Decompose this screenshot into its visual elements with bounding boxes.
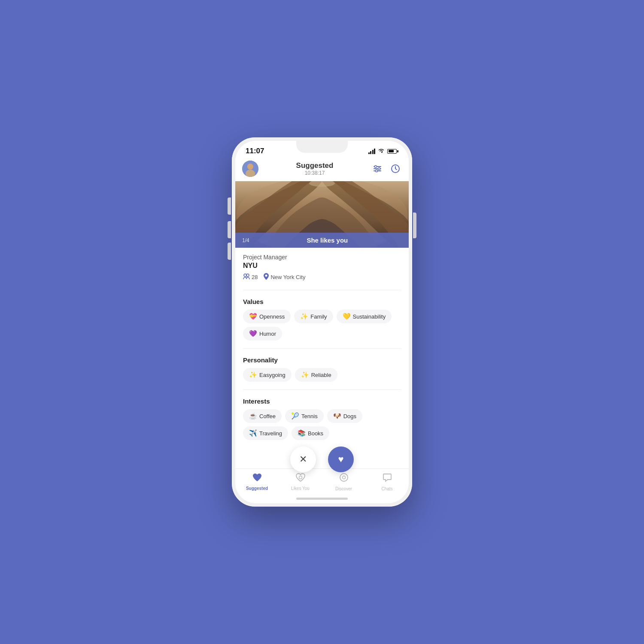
svg-point-8 bbox=[376, 170, 378, 172]
divider-1 bbox=[243, 290, 401, 290]
age-icon bbox=[243, 273, 250, 281]
nav-discover-label: Discover bbox=[335, 486, 352, 491]
location-icon bbox=[264, 273, 269, 281]
tag-family: ✨ Family bbox=[294, 310, 333, 323]
home-indicator bbox=[235, 494, 409, 503]
tag-traveling-label: Traveling bbox=[259, 430, 282, 437]
tag-reliable: ✨ Reliable bbox=[295, 368, 337, 382]
profile-job: Project Manager bbox=[243, 254, 401, 261]
personality-title: Personality bbox=[243, 356, 401, 364]
tag-tennis: 🎾 Tennis bbox=[285, 409, 324, 423]
svg-point-16 bbox=[299, 476, 302, 479]
svg-point-15 bbox=[265, 275, 267, 277]
tag-books: 📚 Books bbox=[292, 426, 329, 440]
tag-sustainability-label: Sustainability bbox=[353, 313, 386, 320]
svg-point-17 bbox=[340, 474, 348, 481]
nav-chats-label: Chats bbox=[381, 486, 392, 491]
phone-screen: 11:07 bbox=[235, 141, 409, 503]
svg-point-14 bbox=[246, 274, 249, 276]
personality-section: Personality ✨ Easygoing ✨ Reliable bbox=[235, 353, 409, 385]
profile-university: NYU bbox=[243, 262, 401, 270]
tag-openness-label: Openness bbox=[259, 313, 285, 320]
header-actions bbox=[371, 162, 402, 175]
tag-coffee-label: Coffee bbox=[259, 413, 276, 419]
svg-point-6 bbox=[375, 166, 377, 168]
tag-coffee: ☕ Coffee bbox=[243, 409, 282, 423]
header-title: Suggested bbox=[296, 161, 334, 170]
likes-banner: 1/4 She likes you bbox=[235, 233, 409, 248]
header-subtitle: 10:38:17 bbox=[296, 170, 334, 176]
values-section: Values 💝 Openness ✨ Family 💛 Sustainabil… bbox=[235, 295, 409, 344]
divider-2 bbox=[243, 348, 401, 349]
tag-books-label: Books bbox=[308, 430, 323, 437]
notch bbox=[296, 141, 348, 153]
likes-text: She likes you bbox=[253, 237, 402, 244]
personality-tags: ✨ Easygoing ✨ Reliable bbox=[243, 368, 401, 382]
tag-openness: 💝 Openness bbox=[243, 310, 291, 323]
svg-point-18 bbox=[342, 476, 345, 479]
tag-family-label: Family bbox=[310, 313, 327, 320]
app-header: Suggested 10:38:17 bbox=[235, 158, 409, 181]
like-button[interactable]: ♥ bbox=[328, 447, 354, 472]
battery-icon bbox=[387, 149, 398, 154]
nav-discover[interactable]: Discover bbox=[322, 472, 365, 491]
profile-info: Project Manager NYU 28 bbox=[235, 248, 409, 286]
profile-age: 28 bbox=[252, 274, 258, 280]
profile-scroll[interactable]: Project Manager NYU 28 bbox=[235, 248, 409, 468]
pass-button[interactable]: ✕ bbox=[290, 447, 316, 472]
tag-dogs: 🐶 Dogs bbox=[327, 409, 362, 423]
nav-discover-icon bbox=[339, 472, 349, 485]
history-icon[interactable] bbox=[389, 162, 402, 175]
interests-section: Interests ☕ Coffee 🎾 Tennis 🐶 Dogs bbox=[235, 394, 409, 444]
likes-badge: 1/4 bbox=[242, 237, 249, 243]
divider-3 bbox=[243, 389, 401, 390]
tag-easygoing: ✨ Easygoing bbox=[243, 368, 292, 382]
tag-tennis-label: Tennis bbox=[301, 413, 318, 419]
tag-humor-label: Humor bbox=[259, 331, 276, 337]
svg-point-13 bbox=[244, 274, 246, 276]
nav-suggested-label: Suggested bbox=[246, 486, 268, 491]
header-center: Suggested 10:38:17 bbox=[296, 161, 334, 176]
wifi-icon bbox=[378, 148, 385, 155]
nav-likes-label: Likes You bbox=[291, 486, 310, 491]
user-avatar[interactable] bbox=[242, 161, 258, 177]
values-title: Values bbox=[243, 298, 401, 305]
tag-dogs-label: Dogs bbox=[343, 413, 356, 419]
profile-city: New York City bbox=[270, 274, 305, 280]
profile-meta: 28 New York City bbox=[243, 273, 401, 281]
nav-chats[interactable]: Chats bbox=[365, 472, 409, 491]
status-time: 11:07 bbox=[246, 147, 264, 155]
filter-icon[interactable] bbox=[371, 162, 384, 175]
phone-frame: 11:07 bbox=[232, 137, 412, 507]
profile-city-item: New York City bbox=[264, 273, 305, 281]
nav-likes-you[interactable]: Likes You bbox=[279, 473, 322, 491]
interests-tags: ☕ Coffee 🎾 Tennis 🐶 Dogs ✈️ Traveling bbox=[243, 409, 401, 440]
nav-suggested-icon bbox=[252, 473, 262, 485]
nav-suggested[interactable]: Suggested bbox=[235, 473, 279, 491]
profile-age-item: 28 bbox=[243, 273, 258, 281]
interests-title: Interests bbox=[243, 398, 401, 405]
svg-point-7 bbox=[378, 168, 380, 170]
svg-point-1 bbox=[247, 164, 253, 170]
action-buttons: ✕ ♥ bbox=[290, 447, 354, 472]
values-tags: 💝 Openness ✨ Family 💛 Sustainability 💜 H… bbox=[243, 310, 401, 340]
nav-likes-icon bbox=[295, 473, 306, 485]
tag-humor: 💜 Humor bbox=[243, 327, 282, 340]
tag-traveling: ✈️ Traveling bbox=[243, 426, 288, 440]
signal-icon bbox=[368, 149, 376, 154]
tag-easygoing-label: Easygoing bbox=[259, 372, 286, 378]
profile-image: 1/4 She likes you bbox=[235, 181, 409, 248]
status-icons bbox=[368, 148, 399, 155]
tag-sustainability: 💛 Sustainability bbox=[337, 310, 392, 323]
tag-reliable-label: Reliable bbox=[311, 372, 331, 378]
nav-chats-icon bbox=[382, 472, 392, 485]
